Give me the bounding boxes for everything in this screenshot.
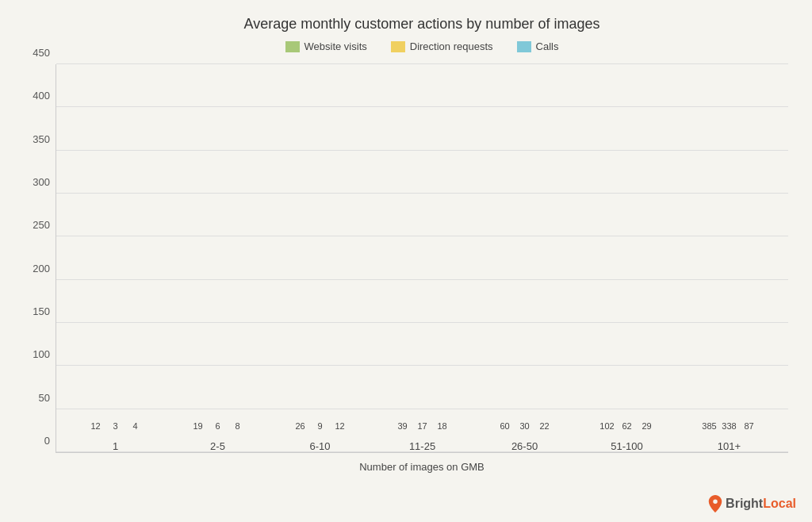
logo-bright: Bright bbox=[726, 497, 763, 510]
x-label-1: 1 bbox=[113, 440, 118, 452]
bar-value-label: 19 bbox=[193, 421, 202, 431]
x-label-101+: 101+ bbox=[718, 440, 741, 452]
bar-group-51-100: 102622951-100 bbox=[576, 436, 678, 452]
bar-value-label: 102 bbox=[599, 421, 614, 431]
bar-value-label: 6 bbox=[215, 421, 220, 431]
bar-value-label: 338 bbox=[722, 421, 736, 431]
bar-value-label: 8 bbox=[235, 421, 239, 431]
x-label-26-50: 26-50 bbox=[511, 440, 538, 452]
legend-label-blue: Calls bbox=[536, 40, 559, 52]
legend-swatch-blue bbox=[517, 41, 531, 52]
y-label-250: 250 bbox=[33, 219, 50, 231]
bar-group-11-25: 39171811-25 bbox=[371, 436, 473, 452]
y-label-350: 350 bbox=[33, 132, 50, 144]
bar-value-label: 12 bbox=[335, 421, 344, 431]
bar-value-label: 29 bbox=[642, 421, 651, 431]
bar-group-1: 12341 bbox=[64, 436, 167, 452]
legend-item-blue: Calls bbox=[517, 40, 559, 52]
legend-label-yellow: Direction requests bbox=[410, 40, 493, 52]
chart-title: Average monthly customer actions by numb… bbox=[56, 16, 788, 33]
bar-value-label: 30 bbox=[519, 421, 529, 431]
x-label-11-25: 11-25 bbox=[409, 440, 435, 452]
x-label-6-10: 6-10 bbox=[309, 440, 330, 452]
bar-value-label: 3 bbox=[113, 421, 117, 431]
bar-value-label: 17 bbox=[417, 421, 427, 431]
chart-container: Average monthly customer actions by numb… bbox=[0, 0, 812, 522]
logo-pin-icon bbox=[708, 495, 722, 512]
logo-local: Local bbox=[763, 497, 796, 510]
x-label-2-5: 2-5 bbox=[210, 440, 225, 452]
bar-value-label: 9 bbox=[317, 421, 322, 431]
legend-swatch-green bbox=[285, 41, 300, 52]
bar-group-2-5: 19682-5 bbox=[167, 436, 269, 452]
bar-value-label: 385 bbox=[702, 421, 716, 431]
bar-group-6-10: 269126-10 bbox=[269, 436, 371, 452]
bars-wrapper: 1234119682-5269126-1039171811-2560302226… bbox=[56, 64, 788, 452]
bar-value-label: 4 bbox=[132, 421, 137, 431]
bar-value-label: 12 bbox=[90, 421, 100, 431]
legend-item-green: Website visits bbox=[285, 40, 367, 52]
bar-value-label: 18 bbox=[437, 421, 446, 431]
bar-value-label: 87 bbox=[744, 421, 753, 431]
y-label-100: 100 bbox=[33, 348, 50, 360]
bar-value-label: 62 bbox=[622, 421, 631, 431]
bar-group-26-50: 60302226-50 bbox=[473, 436, 576, 452]
logo-text: BrightLocal bbox=[726, 497, 796, 511]
x-axis-title: Number of images on GMB bbox=[56, 461, 788, 473]
y-label-0: 0 bbox=[44, 435, 50, 447]
legend-label-green: Website visits bbox=[304, 40, 367, 52]
legend-swatch-yellow bbox=[391, 41, 405, 52]
legend: Website visitsDirection requestsCalls bbox=[56, 40, 788, 52]
bar-group-101+: 38533887101+ bbox=[678, 436, 780, 452]
x-label-51-100: 51-100 bbox=[611, 440, 642, 452]
chart-area: 050100150200250300350400450 1234119682-5… bbox=[56, 64, 788, 453]
legend-item-yellow: Direction requests bbox=[391, 40, 493, 52]
bar-value-label: 60 bbox=[500, 421, 509, 431]
bar-value-label: 22 bbox=[539, 421, 549, 431]
y-label-450: 450 bbox=[33, 47, 50, 59]
bar-value-label: 26 bbox=[295, 421, 304, 431]
y-label-150: 150 bbox=[33, 305, 50, 317]
logo: BrightLocal bbox=[708, 495, 796, 512]
bar-value-label: 39 bbox=[397, 421, 407, 431]
y-label-200: 200 bbox=[33, 262, 50, 274]
y-label-300: 300 bbox=[33, 176, 50, 188]
y-label-50: 50 bbox=[39, 391, 50, 403]
y-label-400: 400 bbox=[33, 90, 50, 102]
